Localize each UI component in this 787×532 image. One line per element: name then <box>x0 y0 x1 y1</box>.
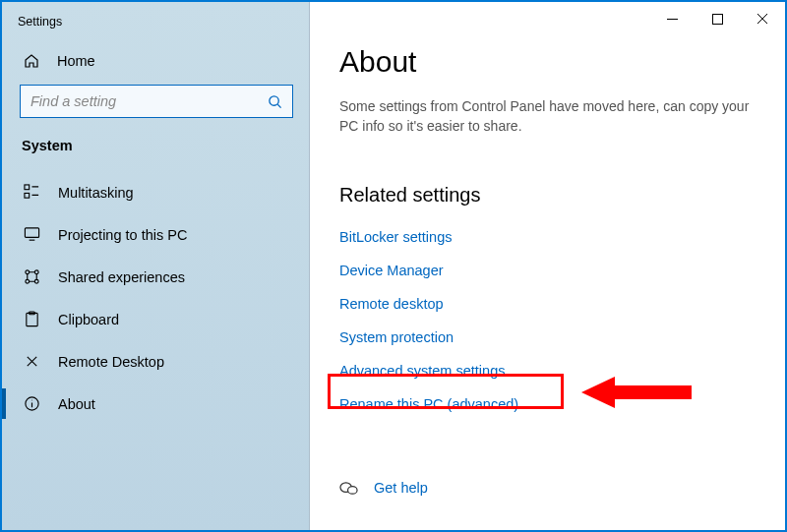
sidebar-item-clipboard[interactable]: Clipboard <box>2 298 309 340</box>
projecting-icon <box>24 226 40 243</box>
svg-point-5 <box>34 270 38 274</box>
svg-rect-2 <box>25 193 30 198</box>
close-button[interactable] <box>740 2 785 35</box>
search-icon <box>268 94 282 109</box>
home-icon <box>24 53 39 69</box>
window-controls <box>649 2 785 35</box>
home-nav[interactable]: Home <box>2 41 309 81</box>
link-advanced-system-settings[interactable]: Advanced system settings <box>339 354 505 387</box>
page-description: Some settings from Control Panel have mo… <box>339 96 757 137</box>
svg-rect-8 <box>27 313 37 325</box>
sidebar-group-header: System <box>2 136 309 171</box>
remote-desktop-icon <box>24 353 40 370</box>
about-icon <box>24 395 40 412</box>
related-links-list: BitLocker settings Device Manager Remote… <box>339 220 757 421</box>
sidebar-item-label: Shared experiences <box>58 269 185 285</box>
svg-rect-11 <box>712 14 722 24</box>
svg-rect-3 <box>25 228 38 237</box>
link-device-manager[interactable]: Device Manager <box>339 254 444 287</box>
shared-icon <box>24 268 40 285</box>
sidebar-item-label: Projecting to this PC <box>58 227 187 243</box>
get-help-link[interactable]: Get help <box>374 480 428 496</box>
search-input[interactable] <box>30 93 268 109</box>
search-box[interactable] <box>20 85 293 118</box>
svg-point-7 <box>34 279 38 283</box>
link-system-protection[interactable]: System protection <box>339 321 454 354</box>
svg-point-4 <box>26 270 30 274</box>
main-panel: About Some settings from Control Panel h… <box>309 2 785 530</box>
window-title: Settings <box>2 2 309 41</box>
svg-rect-1 <box>25 185 30 190</box>
sidebar-item-shared[interactable]: Shared experiences <box>2 256 309 298</box>
sidebar-item-label: Remote Desktop <box>58 354 164 370</box>
settings-window: Settings Home System <box>2 2 785 530</box>
sidebar: Settings Home System <box>2 2 309 530</box>
sidebar-item-label: Multitasking <box>58 185 134 201</box>
home-label: Home <box>57 53 95 69</box>
clipboard-icon <box>24 311 40 327</box>
content-area: About Some settings from Control Panel h… <box>310 2 785 530</box>
sidebar-item-label: Clipboard <box>58 312 119 327</box>
maximize-button[interactable] <box>695 2 740 35</box>
link-bitlocker[interactable]: BitLocker settings <box>339 220 452 254</box>
help-row: Get help <box>339 454 757 498</box>
link-remote-desktop[interactable]: Remote desktop <box>339 287 444 321</box>
related-settings-heading: Related settings <box>339 184 757 207</box>
sidebar-item-about[interactable]: About <box>2 383 309 425</box>
sidebar-item-projecting[interactable]: Projecting to this PC <box>2 213 309 256</box>
svg-point-0 <box>270 95 278 104</box>
link-rename-pc[interactable]: Rename this PC (advanced) <box>339 387 518 421</box>
sidebar-item-multitasking[interactable]: Multitasking <box>2 171 309 213</box>
svg-point-6 <box>26 279 30 283</box>
page-title: About <box>339 45 757 79</box>
svg-point-13 <box>348 486 358 494</box>
sidebar-item-label: About <box>58 396 95 412</box>
multitasking-icon <box>24 184 40 201</box>
sidebar-item-remote-desktop[interactable]: Remote Desktop <box>2 340 309 383</box>
minimize-button[interactable] <box>649 2 695 35</box>
get-help-icon <box>339 479 358 498</box>
